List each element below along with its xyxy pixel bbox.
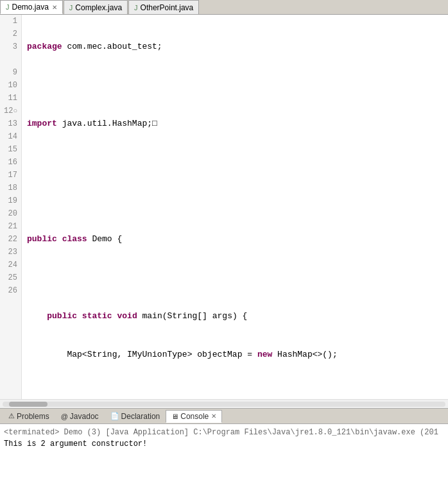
tab-bar: J Demo.java ✕ J Complex.java J OtherPoin… xyxy=(0,0,448,15)
complex-tab-icon: J xyxy=(69,4,73,12)
tab-console[interactable]: 🖥 Console ✕ xyxy=(166,410,222,423)
tab-console-label: Console xyxy=(180,412,209,421)
tab-javadoc-label: Javadoc xyxy=(70,412,99,421)
editor-scrollbar[interactable] xyxy=(0,399,448,408)
console-area[interactable]: <terminated> Demo (3) [Java Application]… xyxy=(0,424,448,478)
tab-complex-label: Complex.java xyxy=(75,3,122,12)
tab-problems-label: Problems xyxy=(17,412,49,421)
tab-declaration[interactable]: 📄 Declaration xyxy=(105,410,166,423)
bottom-tabs: ⚠ Problems @ Javadoc 📄 Declaration 🖥 Con… xyxy=(0,409,448,424)
tab-otherpoint[interactable]: J OtherPoint.java xyxy=(128,0,199,14)
editor-content[interactable]: 1 2 3 4 9 10 11 12○ 13 14 15 16 17 18 19… xyxy=(0,15,448,399)
tab-problems[interactable]: ⚠ Problems xyxy=(3,410,55,423)
tab-demo[interactable]: J Demo.java ✕ xyxy=(0,0,63,14)
tab-demo-label: Demo.java xyxy=(12,3,49,12)
console-terminated-line: <terminated> Demo (3) [Java Application]… xyxy=(4,427,444,438)
demo-tab-icon: J xyxy=(6,3,10,11)
javadoc-icon: @ xyxy=(61,413,68,420)
line-numbers: 1 2 3 4 9 10 11 12○ 13 14 15 16 17 18 19… xyxy=(0,15,22,399)
scrollbar-thumb[interactable] xyxy=(9,402,47,407)
scrollbar-track[interactable] xyxy=(3,402,445,407)
problems-icon: ⚠ xyxy=(8,412,15,420)
bottom-panel: ⚠ Problems @ Javadoc 📄 Declaration 🖥 Con… xyxy=(0,408,448,478)
tab-otherpoint-label: OtherPoint.java xyxy=(141,3,194,12)
tab-complex[interactable]: J Complex.java xyxy=(64,0,128,14)
editor: 1 2 3 4 9 10 11 12○ 13 14 15 16 17 18 19… xyxy=(0,15,448,408)
declaration-icon: 📄 xyxy=(110,412,119,420)
console-output-line: This is 2 argument constructor! xyxy=(4,438,444,450)
tab-declaration-label: Declaration xyxy=(121,412,160,421)
tab-demo-close[interactable]: ✕ xyxy=(52,4,57,11)
code-area[interactable]: package com.mec.about_test; import java.… xyxy=(22,15,448,399)
otherpoint-tab-icon: J xyxy=(134,4,138,12)
console-icon: 🖥 xyxy=(171,413,178,420)
tab-javadoc[interactable]: @ Javadoc xyxy=(55,410,105,423)
console-close[interactable]: ✕ xyxy=(211,413,216,420)
